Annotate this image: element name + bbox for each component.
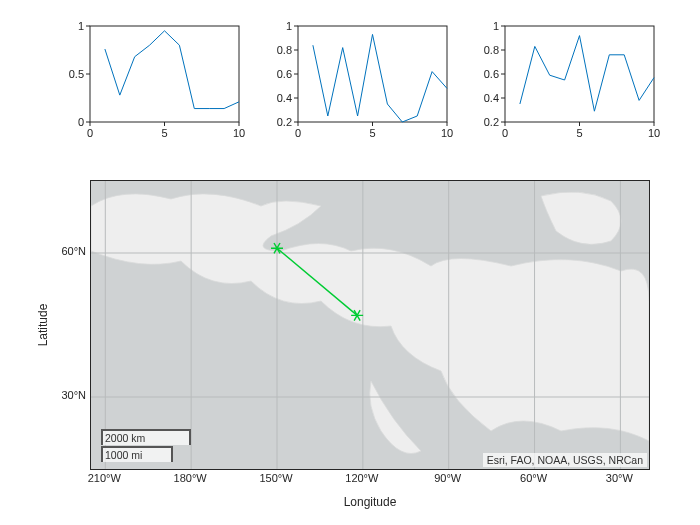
svg-text:1: 1	[493, 20, 499, 32]
svg-text:0.4: 0.4	[276, 92, 291, 104]
svg-text:5: 5	[369, 127, 375, 139]
svg-text:5: 5	[576, 127, 582, 139]
mini-chart-2-svg: 05100.20.40.60.81	[268, 20, 453, 140]
map-lon-tick: 150°W	[251, 472, 301, 484]
mini-chart-1: 051000.51	[60, 20, 245, 140]
scalebar-km: 2000 km	[101, 429, 191, 445]
landmass	[91, 192, 649, 454]
map-lon-tick: 120°W	[337, 472, 387, 484]
mini-chart-3: 05100.20.40.60.81	[475, 20, 660, 140]
svg-text:0.8: 0.8	[276, 44, 291, 56]
map-xaxis: 210°W180°W150°W120°W90°W60°W30°W	[90, 470, 650, 500]
map-lon-tick: 60°W	[509, 472, 559, 484]
svg-text:1: 1	[78, 20, 84, 32]
map-scalebar: 2000 km 1000 mi	[101, 429, 191, 463]
svg-text:10: 10	[440, 127, 452, 139]
map-lat-tick: 30°N	[46, 389, 86, 401]
top-row: 051000.51 05100.20.40.60.81 05100.20.40.…	[60, 20, 660, 140]
mini-chart-2: 05100.20.40.60.81	[268, 20, 453, 140]
map-lon-tick: 90°W	[423, 472, 473, 484]
svg-text:0.6: 0.6	[276, 68, 291, 80]
svg-rect-0	[90, 26, 239, 122]
svg-text:5: 5	[161, 127, 167, 139]
svg-text:0.4: 0.4	[484, 92, 499, 104]
svg-rect-13	[298, 26, 447, 122]
map-lon-tick: 30°W	[594, 472, 644, 484]
svg-text:0: 0	[502, 127, 508, 139]
svg-text:0: 0	[87, 127, 93, 139]
map-lon-tick: 210°W	[79, 472, 129, 484]
svg-text:0: 0	[294, 127, 300, 139]
svg-text:0.6: 0.6	[484, 68, 499, 80]
svg-text:1: 1	[285, 20, 291, 32]
svg-text:0.2: 0.2	[484, 116, 499, 128]
map-lon-tick: 180°W	[165, 472, 215, 484]
map-svg	[91, 181, 649, 469]
mini-chart-1-svg: 051000.51	[60, 20, 245, 140]
svg-text:0.2: 0.2	[276, 116, 291, 128]
svg-text:0.5: 0.5	[69, 68, 84, 80]
map-plot[interactable]: Esri, FAO, NOAA, USGS, NRCan 2000 km 100…	[90, 180, 650, 470]
map-ylabel: Latitude	[36, 180, 50, 470]
mini-chart-3-svg: 05100.20.40.60.81	[475, 20, 660, 140]
map-attribution: Esri, FAO, NOAA, USGS, NRCan	[483, 453, 647, 467]
map-yaxis: 30°N60°N	[55, 180, 90, 470]
svg-text:0: 0	[78, 116, 84, 128]
svg-text:10: 10	[233, 127, 245, 139]
scalebar-mi: 1000 mi	[101, 446, 173, 462]
svg-text:10: 10	[648, 127, 660, 139]
map-lat-tick: 60°N	[46, 245, 86, 257]
svg-text:0.8: 0.8	[484, 44, 499, 56]
